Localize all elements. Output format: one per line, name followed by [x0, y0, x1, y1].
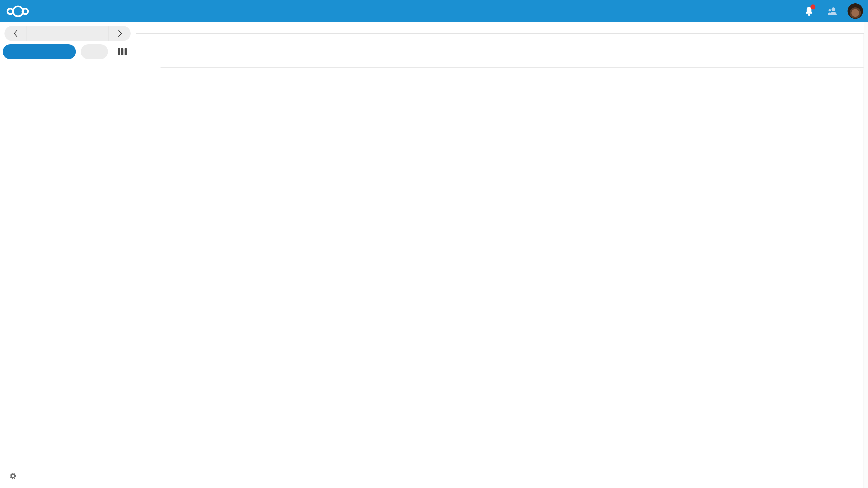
- user-avatar[interactable]: [847, 3, 864, 19]
- previous-week-button[interactable]: [4, 26, 27, 41]
- nextcloud-logo-icon[interactable]: [6, 0, 29, 22]
- week-navigation: [4, 26, 131, 41]
- vertical-scrollbar[interactable]: [863, 22, 868, 488]
- topbar-right: [800, 0, 864, 22]
- today-button[interactable]: [81, 44, 108, 59]
- logo-circle: [22, 7, 29, 15]
- calendar-sidebar: [0, 22, 135, 488]
- all-day-row: [160, 33, 864, 68]
- contacts-menu-icon[interactable]: [824, 3, 840, 19]
- next-week-button[interactable]: [108, 26, 131, 41]
- new-event-button[interactable]: [3, 44, 76, 59]
- nextcloud-calendar-app: [0, 0, 868, 488]
- notifications-bell-icon[interactable]: [800, 3, 817, 19]
- day-header-row: [135, 22, 864, 34]
- notification-badge: [810, 4, 815, 9]
- top-header-bar: [0, 0, 868, 22]
- time-grid: [135, 68, 864, 488]
- day-header-spacer: [135, 22, 160, 33]
- all-day-label: [135, 33, 156, 68]
- view-toggle-icon[interactable]: [118, 48, 127, 55]
- settings-import[interactable]: [0, 468, 32, 484]
- avatar-photo: [847, 3, 863, 19]
- gear-icon: [9, 472, 17, 480]
